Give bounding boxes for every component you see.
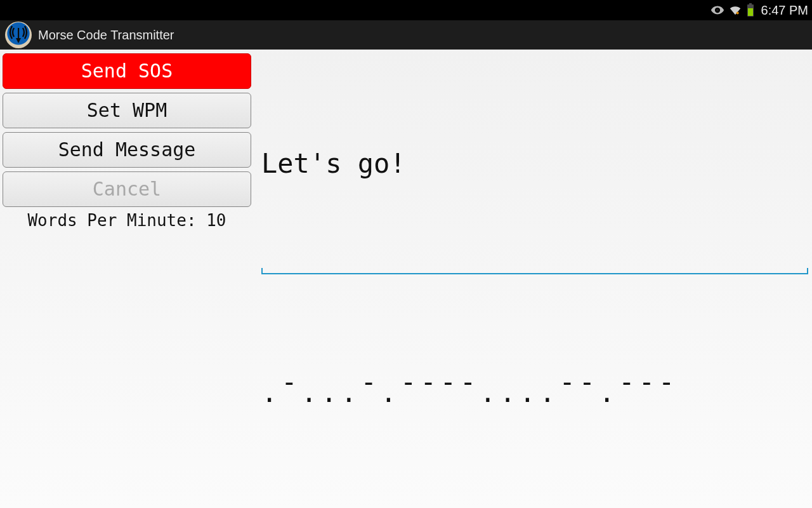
message-input[interactable]: Let's go! [261, 50, 808, 274]
android-status-bar: 6:47 PM [0, 0, 812, 20]
send-sos-button[interactable]: Send SOS [3, 53, 251, 89]
svg-rect-3 [749, 3, 752, 5]
wpm-label: Words Per Minute: 10 [3, 211, 251, 230]
input-underline [261, 273, 808, 274]
eye-icon [710, 3, 724, 17]
message-input-text: Let's go! [261, 148, 406, 179]
svg-point-0 [716, 9, 719, 11]
set-wpm-button[interactable]: Set WPM [3, 93, 251, 128]
app-icon [5, 22, 32, 48]
svg-rect-5 [18, 28, 19, 39]
controls-column: Send SOS Set WPM Send Message Cancel Wor… [0, 50, 254, 508]
svg-point-1 [736, 12, 738, 15]
app-title: Morse Code Transmitter [38, 28, 174, 43]
cancel-button[interactable]: Cancel [3, 171, 251, 207]
morse-output: .-...-.----....--.--- [261, 380, 678, 406]
svg-rect-4 [748, 8, 753, 16]
battery-icon [746, 3, 755, 17]
send-message-button[interactable]: Send Message [3, 132, 251, 168]
status-clock: 6:47 PM [761, 3, 808, 18]
main-content: Send SOS Set WPM Send Message Cancel Wor… [0, 50, 812, 508]
app-title-bar: Morse Code Transmitter [0, 20, 812, 50]
output-column: Let's go! .-...-.----....--.--- [254, 50, 812, 508]
wifi-icon [728, 3, 742, 17]
